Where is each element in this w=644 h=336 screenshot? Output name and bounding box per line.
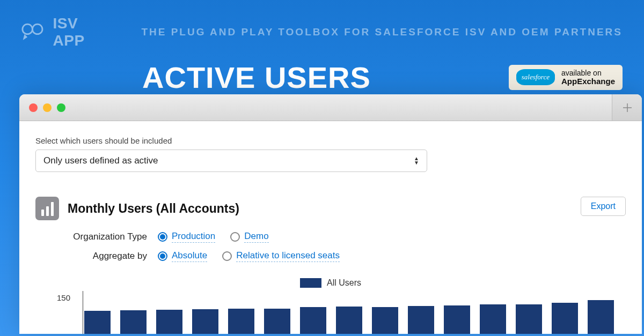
app-window: Select which users should be included On… [19,94,642,334]
svg-point-0 [23,24,33,34]
chart-bar [300,307,326,334]
radio-icon [230,232,240,242]
radio-icon [158,232,167,242]
chart-legend: All Users [35,278,626,288]
maximize-window-button[interactable] [57,103,65,112]
y-axis-tick: 150 [57,293,70,302]
tagline: THE PLUG AND PLAY TOOLBOX FOR SALESFORCE… [141,26,623,38]
isvapp-logo-icon [21,23,46,42]
page-title: ACTIVE USERS [142,60,371,95]
aggregate-by-label: Aggregate by [68,251,158,262]
legend-swatch-all-users [300,278,321,288]
chart-bar [444,305,470,334]
chart-bar [336,307,362,334]
export-button[interactable]: Export [581,197,626,216]
window-titlebar [19,94,642,121]
brand-name: ISV APP [53,15,109,49]
monthly-users-chart: 150 [57,291,615,334]
chart-bar [228,309,254,334]
chart-bar [192,309,218,334]
legend-label-all-users: All Users [327,278,361,288]
close-window-button[interactable] [29,103,38,112]
radio-icon [222,251,232,261]
user-scope-value: Only users defined as active [43,155,158,166]
chart-bar [264,309,290,334]
org-type-production-radio[interactable]: Production [158,231,215,243]
chart-bar [120,310,147,334]
org-type-demo-radio[interactable]: Demo [230,231,268,243]
appexchange-line1: available on [561,69,615,77]
aggregate-absolute-radio[interactable]: Absolute [158,250,207,262]
chart-bar [372,307,398,334]
user-scope-select[interactable]: Only users defined as active ▲▼ [35,150,427,172]
bar-chart-icon [35,197,59,220]
chart-bar [588,300,614,334]
appexchange-line2: AppExchange [561,77,615,86]
chart-bar [84,311,111,334]
chart-title: Monthly Users (All Accounts) [68,201,239,216]
aggregate-relative-radio[interactable]: Relative to licensed seats [222,250,340,262]
chart-bar [480,304,506,334]
brand-logo: ISV APP [21,15,109,49]
chart-bar [516,304,542,334]
new-tab-button[interactable] [612,94,642,121]
chart-bar [156,310,182,334]
plus-icon [621,102,633,114]
radio-icon [158,251,167,261]
user-scope-label: Select which users should be included [35,136,626,145]
appexchange-badge[interactable]: salesforce available on AppExchange [509,65,623,91]
select-stepper-icon: ▲▼ [414,156,419,165]
salesforce-cloud-icon: salesforce [516,69,555,85]
chart-bar [408,306,434,334]
minimize-window-button[interactable] [43,103,52,112]
chart-bar [552,303,578,334]
svg-point-1 [32,24,42,34]
org-type-label: Organization Type [68,232,158,242]
